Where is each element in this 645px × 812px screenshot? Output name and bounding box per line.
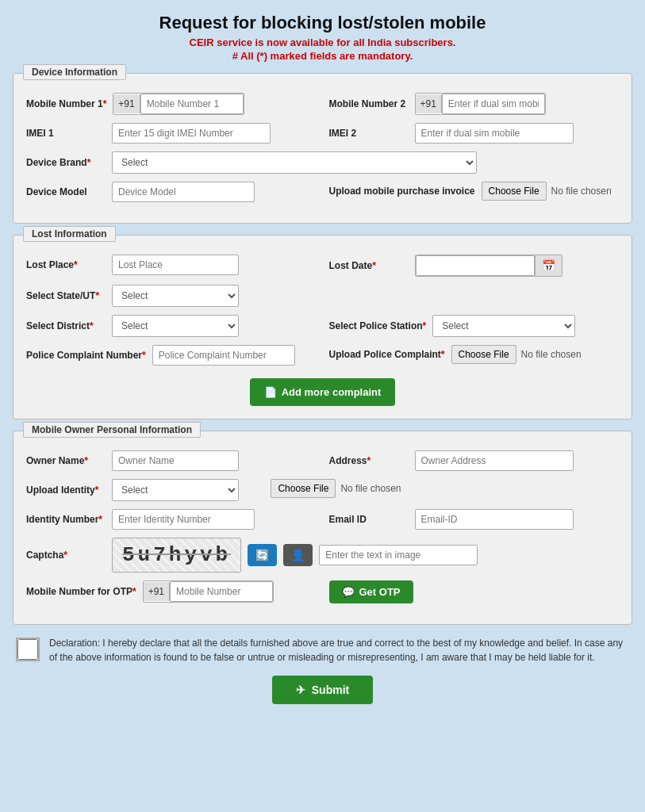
upload-identity-file-group: Choose File No file chosen bbox=[271, 479, 401, 498]
otp-mobile-label: Mobile Number for OTP* bbox=[26, 585, 136, 599]
submit-row: ✈ Submit bbox=[13, 676, 632, 704]
device-section-header: Device Information bbox=[23, 64, 126, 80]
email-label: Email ID bbox=[329, 513, 409, 527]
declaration-checkbox[interactable] bbox=[16, 638, 40, 661]
captcha-refresh-btn[interactable]: 🔄 bbox=[248, 544, 277, 566]
upload-identity-select[interactable]: Select bbox=[112, 479, 239, 501]
captcha-image: 5u7hyvb bbox=[112, 538, 241, 573]
captcha-accessibility-btn[interactable]: 👤 bbox=[283, 544, 313, 566]
page-title: Request for blocking lost/stolen mobile bbox=[13, 13, 632, 33]
add-complaint-btn[interactable]: 📄 Add more complaint bbox=[250, 378, 396, 406]
otp-label: Get OTP bbox=[359, 586, 401, 598]
device-information-section: Device Information Mobile Number 1* +91 … bbox=[13, 73, 632, 224]
mobile1-phone-group: +91 bbox=[113, 93, 244, 115]
imei1-input[interactable] bbox=[112, 123, 271, 144]
upload-invoice-group: Choose File No file chosen bbox=[482, 182, 612, 201]
upload-invoice-label: Upload mobile purchase invoice bbox=[329, 185, 475, 198]
district-label: Select District* bbox=[26, 320, 106, 333]
choose-file-invoice-btn[interactable]: Choose File bbox=[482, 182, 547, 201]
lost-information-section: Lost Information Lost Place* Lost Date* … bbox=[13, 235, 632, 419]
owner-name-input[interactable] bbox=[112, 450, 239, 471]
identity-no-file-text: No file chosen bbox=[340, 483, 401, 494]
lost-section-header: Lost Information bbox=[23, 226, 116, 242]
otp-icon: 💬 bbox=[342, 586, 355, 598]
police-station-label: Select Police Station* bbox=[329, 320, 427, 333]
district-select[interactable]: Select bbox=[112, 315, 239, 337]
declaration-check-input[interactable] bbox=[17, 639, 38, 660]
mobile2-label: Mobile Number 2 bbox=[329, 98, 409, 111]
declaration-row: Declaration: I hereby declare that all t… bbox=[13, 636, 632, 665]
captcha-group: 5u7hyvb 🔄 👤 bbox=[112, 538, 478, 573]
choose-file-complaint-btn[interactable]: Choose File bbox=[451, 345, 516, 364]
calendar-icon[interactable]: 📅 bbox=[535, 255, 562, 276]
subtitle1: CEIR service is now available for all In… bbox=[13, 36, 632, 48]
lost-date-input[interactable]: 2023-10-29 18:38:11 bbox=[416, 255, 535, 276]
add-complaint-label: Add more complaint bbox=[282, 386, 382, 398]
get-otp-btn[interactable]: 💬 Get OTP bbox=[329, 580, 413, 603]
mobile1-prefix: +91 bbox=[113, 94, 140, 113]
device-model-label: Device Model bbox=[26, 186, 106, 199]
id-number-input[interactable] bbox=[112, 509, 255, 530]
imei1-label: IMEI 1 bbox=[26, 127, 106, 140]
invoice-no-file-text: No file chosen bbox=[551, 186, 612, 197]
imei2-input[interactable] bbox=[415, 123, 574, 144]
mobile2-input[interactable] bbox=[442, 94, 545, 114]
mobile2-prefix: +91 bbox=[416, 94, 442, 113]
complaint-number-input[interactable] bbox=[152, 345, 295, 366]
owner-information-section: Mobile Owner Personal Information Owner … bbox=[13, 431, 632, 625]
mobile1-label: Mobile Number 1* bbox=[26, 98, 106, 111]
police-station-select[interactable]: Select bbox=[432, 315, 575, 337]
owner-section-header: Mobile Owner Personal Information bbox=[23, 422, 201, 438]
choose-file-identity-btn[interactable]: Choose File bbox=[271, 479, 336, 498]
address-input[interactable] bbox=[415, 450, 574, 471]
captcha-input[interactable] bbox=[319, 545, 478, 565]
id-number-label: Identity Number* bbox=[26, 513, 106, 527]
otp-mobile-input[interactable] bbox=[170, 581, 273, 602]
address-label: Address* bbox=[329, 454, 409, 468]
lost-date-group: 2023-10-29 18:38:11 📅 bbox=[415, 255, 562, 277]
state-label: Select State/UT* bbox=[26, 289, 106, 303]
complaint-no-file-text: No file chosen bbox=[521, 349, 582, 360]
lost-date-label: Lost Date* bbox=[329, 259, 409, 273]
email-input[interactable] bbox=[415, 509, 574, 530]
otp-prefix: +91 bbox=[144, 582, 170, 601]
captcha-label: Captcha* bbox=[26, 549, 106, 562]
imei2-label: IMEI 2 bbox=[329, 127, 409, 140]
upload-complaint-group: Choose File No file chosen bbox=[451, 345, 582, 364]
upload-identity-label: Upload Identity* bbox=[26, 484, 106, 497]
device-brand-label: Device Brand* bbox=[26, 156, 106, 170]
upload-complaint-label: Upload Police Complaint* bbox=[329, 348, 445, 362]
submit-label: Submit bbox=[312, 684, 349, 696]
lost-place-input[interactable] bbox=[112, 255, 239, 275]
subtitle2: # All (*) marked fields are mandatory. bbox=[13, 50, 632, 62]
device-model-input[interactable] bbox=[112, 182, 255, 202]
submit-icon: ✈ bbox=[296, 684, 305, 696]
otp-phone-group: +91 bbox=[143, 580, 274, 603]
complaint-number-label: Police Complaint Number* bbox=[26, 349, 146, 362]
submit-btn[interactable]: ✈ Submit bbox=[272, 676, 373, 704]
owner-name-label: Owner Name* bbox=[26, 454, 106, 468]
lost-place-label: Lost Place* bbox=[26, 259, 106, 272]
mobile2-phone-group: +91 bbox=[415, 93, 546, 115]
declaration-text: Declaration: I hereby declare that all t… bbox=[49, 636, 629, 665]
state-select[interactable]: Select bbox=[112, 285, 239, 307]
add-icon: 📄 bbox=[264, 386, 277, 398]
mobile1-input[interactable] bbox=[140, 94, 244, 114]
device-brand-select[interactable]: Select bbox=[112, 151, 477, 174]
